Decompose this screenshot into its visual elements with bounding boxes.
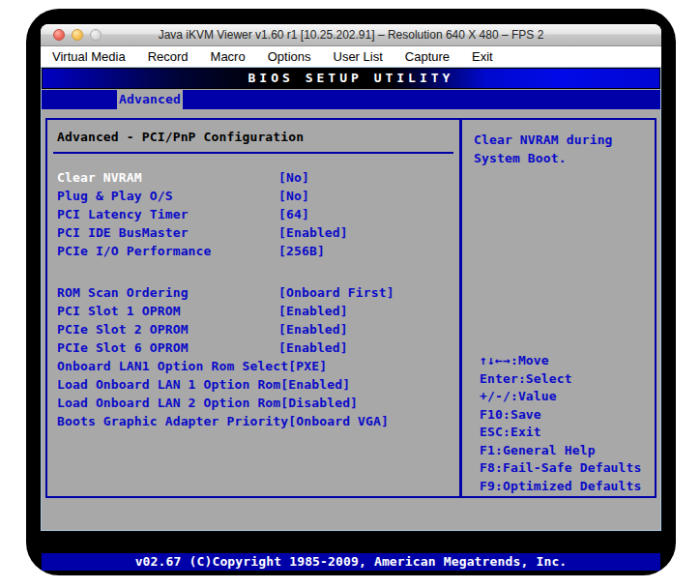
help-text-line: System Boot. <box>474 149 613 167</box>
bios-tab-row: Advanced <box>42 90 660 109</box>
bios-header-title: BIOS SETUP UTILITY <box>248 71 454 85</box>
bios-screen[interactable]: BIOS SETUP UTILITY Advanced Advanced - P… <box>41 67 661 531</box>
setting-row[interactable]: Onboard LAN1 Option Rom Select [PXE] <box>57 357 457 375</box>
setting-label: Clear NVRAM <box>57 168 278 187</box>
setting-label: PCIe Slot 6 OPROM <box>57 338 278 357</box>
setting-label: PCI Slot 1 OPROM <box>57 302 278 320</box>
setting-value: [No] <box>278 168 309 187</box>
key-legend-item: F9:Optimized Defaults <box>480 478 642 496</box>
setting-row[interactable]: Load Onboard LAN 1 Option Rom [Enabled] <box>57 375 457 394</box>
setting-value: [No] <box>278 187 309 205</box>
setting-label: PCI Latency Timer <box>57 205 278 223</box>
setting-value: [256B] <box>278 242 325 260</box>
setting-label: Plug & Play O/S <box>57 187 278 205</box>
bios-header-bar: BIOS SETUP UTILITY <box>42 68 660 89</box>
setting-row[interactable]: PCI Latency Timer [64] <box>57 205 457 223</box>
column-divider <box>459 120 462 496</box>
bios-footer-bar: v02.67 (C)Copyright 1985-2009, American … <box>42 553 660 571</box>
menu-item[interactable]: Record <box>148 49 189 64</box>
key-legend-item: F10:Save <box>480 406 642 425</box>
setting-label: Onboard LAN1 Option Rom Select <box>57 357 288 375</box>
setting-label: PCIe I/O Performance <box>57 242 278 260</box>
setting-label: ROM Scan Ordering <box>57 283 278 302</box>
setting-row[interactable]: PCIe Slot 6 OPROM [Enabled] <box>57 338 457 357</box>
setting-row[interactable]: PCI Slot 1 OPROM [Enabled] <box>57 302 457 320</box>
menu-item[interactable]: User List <box>334 49 383 64</box>
key-legend-item: +/-/:Value <box>480 388 642 406</box>
menu-bar: Virtual Media Record Macro Options User … <box>41 46 661 67</box>
help-text: Clear NVRAM during System Boot. <box>474 131 613 167</box>
key-legend-item: F1:General Help <box>480 442 642 460</box>
section-title: Advanced - PCI/PnP Configuration <box>57 130 304 144</box>
setting-value: [Onboard First] <box>278 283 394 302</box>
settings-panel: Advanced - PCI/PnP Configuration Clear N… <box>45 118 656 498</box>
menu-item[interactable]: Macro <box>211 49 246 64</box>
setting-value: [PXE] <box>288 357 327 375</box>
ikvm-window: Java iKVM Viewer v1.60 r1 [10.25.202.91]… <box>41 24 661 531</box>
setting-value: [Disabled] <box>280 394 358 412</box>
setting-value: [Enabled] <box>278 223 348 242</box>
setting-label: Load Onboard LAN 1 Option Rom <box>57 375 280 394</box>
setting-row[interactable]: PCIe I/O Performance [256B] <box>57 242 457 260</box>
bios-main-area: Advanced - PCI/PnP Configuration Clear N… <box>42 109 660 530</box>
setting-value: [64] <box>278 205 309 223</box>
tab-advanced[interactable]: Advanced <box>117 90 183 109</box>
setting-row[interactable]: Plug & Play O/S [No] <box>57 187 457 205</box>
setting-label: Load Onboard LAN 2 Option Rom <box>57 394 280 412</box>
setting-row[interactable]: Boots Graphic Adapter Priority [Onboard … <box>57 412 457 430</box>
help-text-line: Clear NVRAM during <box>474 131 613 149</box>
setting-row[interactable]: PCIe Slot 2 OPROM [Enabled] <box>57 320 457 338</box>
section-divider <box>53 152 453 154</box>
setting-label: PCIe Slot 2 OPROM <box>57 320 278 338</box>
key-legend-item: F8:Fail-Safe Defaults <box>480 459 642 478</box>
settings-list: Clear NVRAM [No] Plug & Play O/S [No] PC… <box>57 168 457 430</box>
key-legend-item: ↑↓←→:Move <box>480 352 642 370</box>
setting-value: [Enabled] <box>278 302 348 320</box>
setting-value: [Enabled] <box>278 338 348 357</box>
setting-value: [Enabled] <box>280 375 350 394</box>
setting-label: Boots Graphic Adapter Priority <box>57 412 288 430</box>
key-legend-item: Enter:Select <box>480 370 642 389</box>
menu-item[interactable]: Capture <box>405 49 450 64</box>
window-titlebar[interactable]: Java iKVM Viewer v1.60 r1 [10.25.202.91]… <box>41 24 661 46</box>
setting-value: [Onboard VGA] <box>288 412 389 430</box>
setting-row[interactable]: Load Onboard LAN 2 Option Rom [Disabled] <box>57 394 457 412</box>
setting-row[interactable]: PCI IDE BusMaster [Enabled] <box>57 223 457 242</box>
menu-item[interactable]: Options <box>268 49 311 64</box>
setting-label: PCI IDE BusMaster <box>57 223 278 242</box>
menu-item[interactable]: Exit <box>472 49 493 64</box>
setting-row[interactable]: ROM Scan Ordering [Onboard First] <box>57 283 457 302</box>
footer-version-text: v02.67 (C)Copyright 1985-2009, American … <box>135 554 568 569</box>
key-legend: ↑↓←→:Move Enter:Select +/-/:Value F10:Sa… <box>480 352 642 495</box>
window-title: Java iKVM Viewer v1.60 r1 [10.25.202.91]… <box>41 24 661 45</box>
setting-value: [Enabled] <box>278 320 348 338</box>
key-legend-item: ESC:Exit <box>480 424 642 442</box>
help-column: Clear NVRAM during System Boot. ↑↓←→:Mov… <box>474 120 655 496</box>
menu-item[interactable]: Virtual Media <box>52 49 126 64</box>
setting-row[interactable]: Clear NVRAM [No] <box>57 168 457 187</box>
